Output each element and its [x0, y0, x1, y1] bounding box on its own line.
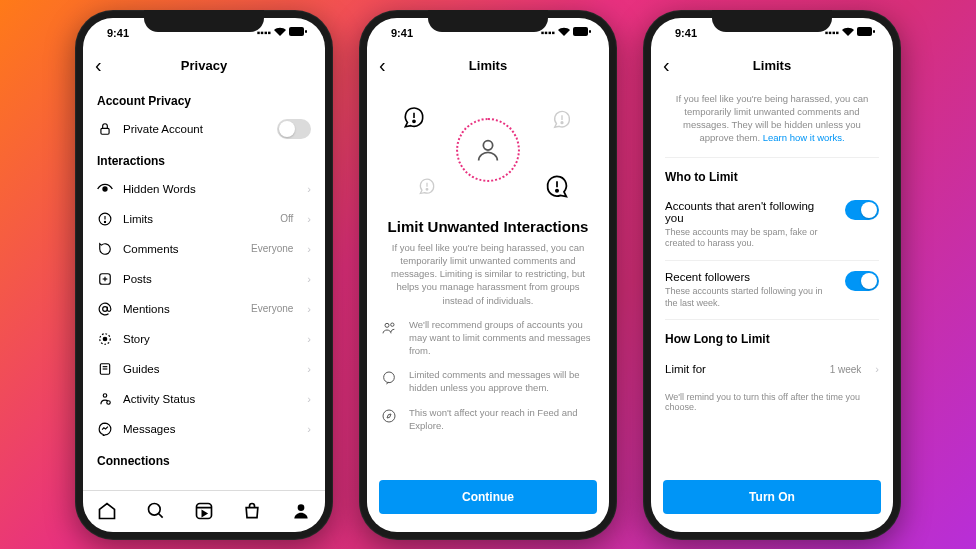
battery-icon: [857, 27, 875, 38]
chevron-right-icon: ›: [307, 303, 311, 315]
guides-icon: [97, 361, 113, 377]
page-title: Privacy: [83, 58, 325, 73]
row-messages[interactable]: Messages ›: [97, 414, 311, 444]
section-connections: Connections: [97, 454, 311, 468]
row-limits[interactable]: Limits Off ›: [97, 204, 311, 234]
plus-square-icon: [97, 271, 113, 287]
row-posts[interactable]: Posts ›: [97, 264, 311, 294]
section-how-long: How Long to Limit: [665, 332, 879, 346]
back-icon[interactable]: ‹: [95, 54, 115, 77]
tab-bar: [83, 490, 325, 532]
intro-text: If you feel like you're being harassed, …: [665, 84, 879, 158]
activity-status-label: Activity Status: [123, 393, 293, 405]
option-recent-followers[interactable]: Recent followers These accounts started …: [665, 261, 879, 320]
people-icon: [381, 320, 399, 338]
chevron-right-icon: ›: [307, 423, 311, 435]
back-icon[interactable]: ‹: [663, 54, 683, 77]
turn-on-button[interactable]: Turn On: [663, 480, 881, 514]
svg-rect-0: [289, 27, 304, 36]
bullet-text: Limited comments and messages will be hi…: [409, 369, 595, 395]
phone-privacy: 9:41 ▪▪▪▪ ‹ Privacy Account Privacy Priv…: [75, 10, 333, 540]
notch: [144, 10, 264, 32]
chevron-right-icon: ›: [875, 363, 879, 375]
svg-rect-38: [857, 27, 872, 36]
row-mentions[interactable]: Mentions Everyone ›: [97, 294, 311, 324]
chevron-right-icon: ›: [307, 333, 311, 345]
svg-point-10: [103, 306, 108, 311]
mentions-label: Mentions: [123, 303, 241, 315]
svg-point-3: [103, 187, 107, 191]
private-account-label: Private Account: [123, 123, 267, 135]
row-activity-status[interactable]: Activity Status ›: [97, 384, 311, 414]
alert-bubble-icon: [543, 172, 571, 200]
row-hidden-words[interactable]: Hidden Words ›: [97, 174, 311, 204]
messages-label: Messages: [123, 423, 293, 435]
continue-button[interactable]: Continue: [379, 480, 597, 514]
option-recent-followers-toggle[interactable]: [845, 271, 879, 291]
svg-rect-1: [305, 30, 307, 33]
row-limit-for[interactable]: Limit for 1 week ›: [665, 352, 879, 386]
tab-shop[interactable]: [241, 500, 263, 522]
battery-icon: [573, 27, 591, 38]
chevron-right-icon: ›: [307, 213, 311, 225]
bullet-hidden: Limited comments and messages will be hi…: [381, 369, 595, 395]
hidden-words-label: Hidden Words: [123, 183, 293, 195]
svg-point-16: [103, 393, 107, 397]
svg-rect-24: [589, 30, 591, 33]
chevron-right-icon: ›: [307, 273, 311, 285]
option-desc: These accounts may be spam, fake or crea…: [665, 227, 835, 250]
alert-bubble-faded-icon: [551, 108, 573, 130]
private-account-toggle[interactable]: [277, 119, 311, 139]
row-comments[interactable]: Comments Everyone ›: [97, 234, 311, 264]
battery-icon: [289, 27, 307, 38]
chevron-right-icon: ›: [307, 363, 311, 375]
row-private-account[interactable]: Private Account: [97, 114, 311, 144]
limits-label: Limits: [123, 213, 270, 225]
svg-point-30: [426, 188, 428, 190]
comments-value: Everyone: [251, 243, 293, 254]
alert-bubble-icon: [401, 104, 427, 130]
option-title: Accounts that aren't following you: [665, 200, 835, 224]
svg-point-33: [483, 140, 492, 149]
lock-icon: [97, 121, 113, 137]
back-icon[interactable]: ‹: [379, 54, 399, 77]
story-icon: [97, 331, 113, 347]
status-time: 9:41: [391, 27, 413, 39]
limit-note: We'll remind you to turn this off after …: [665, 392, 879, 412]
comments-label: Comments: [123, 243, 241, 255]
hero-illustration: [381, 90, 595, 210]
compass-icon: [381, 408, 399, 426]
tab-home[interactable]: [96, 500, 118, 522]
option-not-following[interactable]: Accounts that aren't following you These…: [665, 190, 879, 261]
option-not-following-toggle[interactable]: [845, 200, 879, 220]
svg-line-19: [158, 514, 162, 518]
svg-point-36: [384, 372, 395, 383]
posts-label: Posts: [123, 273, 293, 285]
svg-point-28: [561, 121, 563, 123]
section-interactions: Interactions: [97, 154, 311, 168]
signal-icon: ▪▪▪▪: [257, 27, 271, 38]
tab-profile[interactable]: [290, 500, 312, 522]
chevron-right-icon: ›: [307, 393, 311, 405]
svg-point-35: [391, 323, 394, 326]
person-icon: [474, 136, 502, 164]
row-story[interactable]: Story ›: [97, 324, 311, 354]
option-desc: These accounts started following you in …: [665, 286, 835, 309]
nav-header: ‹ Limits: [651, 48, 893, 84]
notch: [712, 10, 832, 32]
limits-value: Off: [280, 213, 293, 224]
signal-icon: ▪▪▪▪: [541, 27, 555, 38]
story-label: Story: [123, 333, 293, 345]
limit-for-label: Limit for: [665, 363, 820, 375]
row-guides[interactable]: Guides ›: [97, 354, 311, 384]
alert-circle-icon: [97, 211, 113, 227]
option-title: Recent followers: [665, 271, 835, 283]
svg-point-17: [107, 400, 111, 404]
mentions-value: Everyone: [251, 303, 293, 314]
svg-point-37: [383, 410, 395, 422]
bullet-text: This won't affect your reach in Feed and…: [409, 407, 595, 433]
learn-link[interactable]: Learn how it works.: [763, 132, 845, 143]
tab-search[interactable]: [145, 500, 167, 522]
hero-title: Limit Unwanted Interactions: [381, 218, 595, 235]
tab-reels[interactable]: [193, 500, 215, 522]
